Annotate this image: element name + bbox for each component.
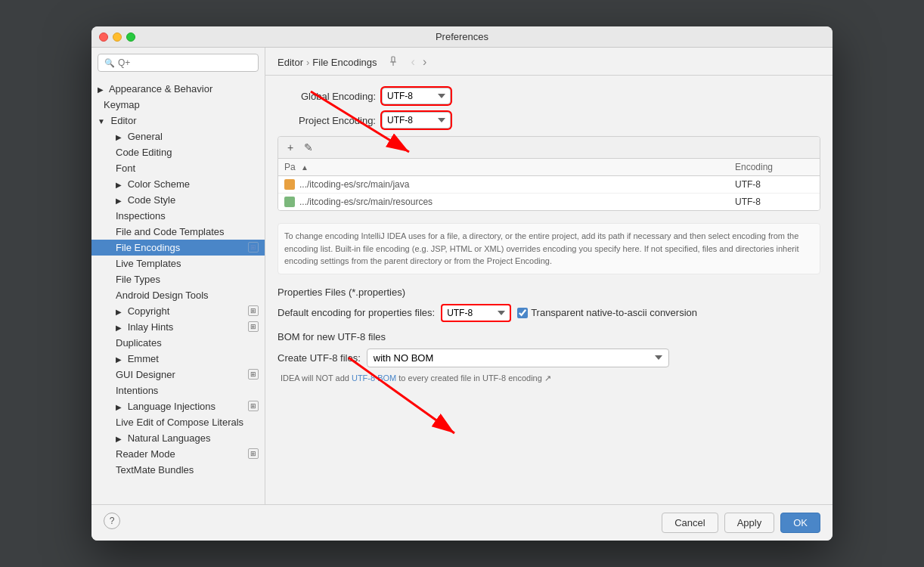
breadcrumb-separator: › bbox=[306, 57, 309, 68]
expand-icon: ▼ bbox=[98, 117, 105, 125]
file-path-cell: .../itcoding-es/src/main/java bbox=[278, 176, 729, 193]
search-box[interactable]: 🔍 bbox=[98, 54, 259, 72]
sidebar-item-reader-mode[interactable]: Reader Mode ⊞ bbox=[91, 446, 265, 462]
transparent-checkbox[interactable] bbox=[517, 308, 528, 318]
column-path[interactable]: Pa ▲ bbox=[278, 159, 729, 175]
expand-icon: ▶ bbox=[116, 355, 122, 364]
breadcrumb-parent: Editor bbox=[278, 57, 303, 68]
help-button[interactable]: ? bbox=[104, 513, 120, 529]
ok-button[interactable]: OK bbox=[780, 513, 820, 533]
bom-section: BOM for new UTF-8 files Create UTF-8 fil… bbox=[278, 331, 820, 383]
global-encoding-label: Global Encoding: bbox=[278, 91, 376, 102]
sidebar: 🔍 ▶ Appearance & Behavior Keymap ▼ Edito… bbox=[91, 48, 265, 504]
back-button[interactable]: ‹ bbox=[409, 55, 417, 69]
info-text: To change encoding IntelliJ IDEA uses fo… bbox=[278, 223, 820, 274]
main-panel: Editor › File Encodings ‹ › bbox=[265, 48, 833, 504]
settings-badge: ⊞ bbox=[248, 401, 259, 411]
settings-badge: ⊞ bbox=[248, 369, 259, 380]
global-encoding-select[interactable]: UTF-8 UTF-16 ISO-8859-1 bbox=[382, 88, 451, 104]
close-button[interactable] bbox=[99, 33, 108, 42]
sidebar-item-emmet[interactable]: ▶ Emmet bbox=[91, 351, 265, 367]
sidebar-item-editor[interactable]: ▼ Editor bbox=[91, 113, 265, 129]
forward-button[interactable]: › bbox=[420, 55, 429, 69]
dialog-body: 🔍 ▶ Appearance & Behavior Keymap ▼ Edito… bbox=[91, 48, 833, 504]
sidebar-item-live-edit[interactable]: Live Edit of Compose Literals bbox=[91, 414, 265, 430]
sidebar-item-language-injections[interactable]: ▶ Language Injections ⊞ bbox=[91, 398, 265, 414]
sidebar-item-inlay-hints[interactable]: ▶ Inlay Hints ⊞ bbox=[91, 319, 265, 335]
sidebar-item-copyright[interactable]: ▶ Copyright ⊞ bbox=[91, 303, 265, 319]
sidebar-item-file-types[interactable]: File Types bbox=[91, 271, 265, 287]
sidebar-item-file-code-templates[interactable]: File and Code Templates bbox=[91, 224, 265, 240]
minimize-button[interactable] bbox=[113, 33, 122, 42]
expand-icon: ▶ bbox=[116, 197, 122, 205]
preferences-dialog: Preferences 🔍 ▶ Appearance & Behavior Ke… bbox=[91, 26, 833, 541]
breadcrumb-current: File Encodings bbox=[312, 57, 377, 68]
table-toolbar: + ✎ bbox=[278, 137, 820, 159]
sort-icon: ▲ bbox=[301, 163, 309, 172]
title-bar: Preferences bbox=[91, 26, 833, 48]
search-icon: 🔍 bbox=[104, 58, 115, 68]
default-encoding-label: Default encoding for properties files: bbox=[278, 307, 435, 318]
sidebar-item-code-style[interactable]: ▶ Code Style bbox=[91, 192, 265, 208]
sidebar-item-live-templates[interactable]: Live Templates bbox=[91, 256, 265, 271]
expand-icon: ▶ bbox=[98, 85, 104, 94]
sidebar-item-file-encodings[interactable]: File Encodings ⊞ bbox=[91, 240, 265, 256]
sidebar-item-inspections[interactable]: Inspections bbox=[91, 208, 265, 224]
window-title: Preferences bbox=[436, 31, 488, 42]
add-button[interactable]: + bbox=[283, 140, 298, 155]
create-utf8-label: Create UTF-8 files: bbox=[278, 352, 361, 364]
sidebar-item-keymap[interactable]: Keymap bbox=[91, 97, 265, 113]
breadcrumb: Editor › File Encodings bbox=[278, 57, 377, 68]
expand-icon: ▶ bbox=[116, 181, 122, 189]
expand-icon: ▶ bbox=[116, 308, 122, 316]
column-encoding[interactable]: Encoding bbox=[729, 159, 820, 175]
sidebar-item-color-scheme[interactable]: ▶ Color Scheme bbox=[91, 176, 265, 192]
default-encoding-select[interactable]: UTF-8 UTF-16 ISO-8859-1 bbox=[441, 304, 511, 322]
file-icon bbox=[284, 179, 295, 190]
sidebar-item-appearance[interactable]: ▶ Appearance & Behavior bbox=[91, 81, 265, 97]
bom-section-label: BOM for new UTF-8 files bbox=[278, 331, 820, 342]
sidebar-item-general[interactable]: ▶ General bbox=[91, 129, 265, 144]
project-encoding-label: Project Encoding: bbox=[278, 115, 376, 126]
panel-content: Global Encoding: UTF-8 UTF-16 ISO-8859-1… bbox=[265, 76, 833, 504]
maximize-button[interactable] bbox=[126, 33, 135, 42]
panel-navigation: ‹ › bbox=[409, 55, 429, 69]
expand-icon: ▶ bbox=[116, 133, 122, 141]
sidebar-item-textmate-bundles[interactable]: TextMate Bundles bbox=[91, 462, 265, 478]
expand-icon: ▶ bbox=[116, 435, 122, 443]
sidebar-item-gui-designer[interactable]: GUI Designer ⊞ bbox=[91, 367, 265, 383]
table-header: Pa ▲ Encoding bbox=[278, 159, 820, 176]
sidebar-item-duplicates[interactable]: Duplicates bbox=[91, 335, 265, 351]
file-path-cell: .../itcoding-es/src/main/resources bbox=[278, 194, 729, 210]
main-panel-wrapper: Editor › File Encodings ‹ › bbox=[265, 48, 833, 504]
expand-icon: ▶ bbox=[116, 324, 122, 332]
bom-link[interactable]: UTF-8 BOM bbox=[352, 373, 396, 383]
idea-note: IDEA will NOT add UTF-8 BOM to every cre… bbox=[278, 373, 820, 383]
create-utf8-row: Create UTF-8 files: with NO BOM with BOM bbox=[278, 349, 820, 367]
project-encoding-select[interactable]: UTF-8 UTF-16 ISO-8859-1 bbox=[382, 112, 451, 129]
window-controls bbox=[99, 33, 135, 42]
transparent-label[interactable]: Transparent native-to-ascii conversion bbox=[517, 307, 697, 318]
sidebar-item-natural-languages[interactable]: ▶ Natural Languages bbox=[91, 430, 265, 446]
sidebar-item-android-design-tools[interactable]: Android Design Tools bbox=[91, 287, 265, 303]
svg-rect-0 bbox=[392, 57, 395, 62]
edit-button[interactable]: ✎ bbox=[301, 140, 316, 155]
file-encoding-cell: UTF-8 bbox=[729, 176, 820, 193]
sidebar-item-font[interactable]: Font bbox=[91, 160, 265, 176]
table-row: .../itcoding-es/src/main/resources UTF-8 bbox=[278, 194, 820, 210]
default-encoding-row: Default encoding for properties files: U… bbox=[278, 304, 820, 322]
file-icon bbox=[284, 197, 295, 207]
apply-button[interactable]: Apply bbox=[724, 513, 775, 533]
create-utf8-select[interactable]: with NO BOM with BOM bbox=[367, 349, 669, 367]
sidebar-item-intentions[interactable]: Intentions bbox=[91, 383, 265, 398]
settings-badge: ⊞ bbox=[248, 321, 259, 332]
sidebar-item-code-editing[interactable]: Code Editing bbox=[91, 144, 265, 160]
file-encodings-table: + ✎ Pa ▲ Encoding bbox=[278, 136, 820, 211]
file-encoding-cell: UTF-8 bbox=[729, 194, 820, 210]
settings-badge: ⊞ bbox=[248, 305, 259, 316]
settings-badge: ⊞ bbox=[248, 448, 259, 459]
pin-icon[interactable] bbox=[388, 56, 398, 69]
cancel-button[interactable]: Cancel bbox=[662, 513, 718, 533]
search-input[interactable] bbox=[118, 57, 252, 68]
props-section-label: Properties Files (*.properties) bbox=[278, 287, 820, 298]
